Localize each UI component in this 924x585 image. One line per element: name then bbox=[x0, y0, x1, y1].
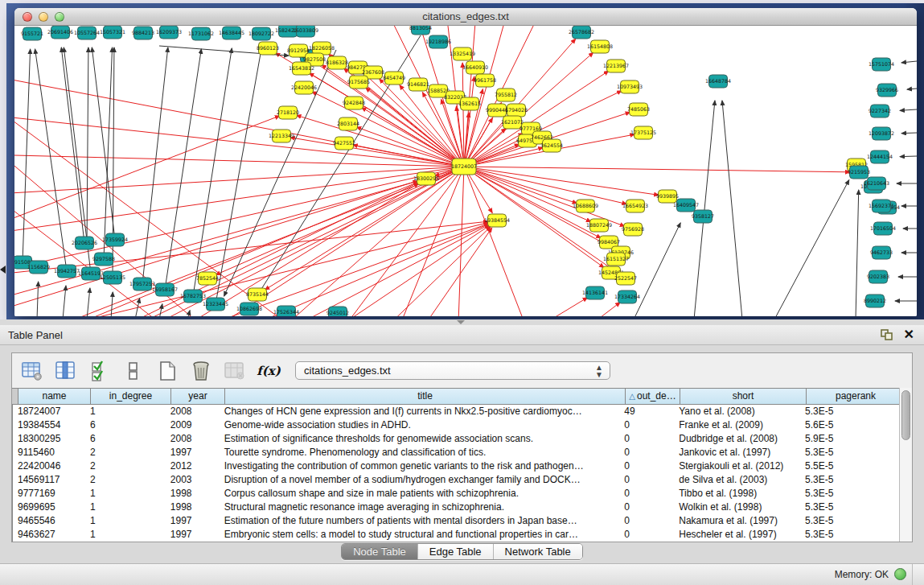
delete-rows-trash-icon[interactable] bbox=[189, 359, 213, 383]
graph-node[interactable]: 9297588 bbox=[92, 253, 115, 266]
column-header-year[interactable]: year bbox=[171, 388, 225, 405]
table-cell[interactable]: 14569117 bbox=[13, 473, 85, 487]
table-cell[interactable]: 22420046 bbox=[13, 459, 85, 473]
graph-node[interactable]: 8735144 bbox=[246, 288, 269, 301]
delete-table-icon[interactable] bbox=[223, 359, 247, 383]
table-row[interactable]: 1456911722003Disruption of a novel membe… bbox=[13, 473, 899, 487]
graph-node[interactable]: 8813054 bbox=[409, 26, 432, 35]
graph-node[interactable]: 12444154 bbox=[867, 150, 893, 163]
table-cell[interactable]: 0 bbox=[619, 446, 674, 459]
graph-node[interactable]: 8454749 bbox=[383, 72, 405, 84]
column-header-short[interactable]: short bbox=[680, 388, 807, 405]
table-cell[interactable]: 9115460 bbox=[13, 446, 85, 459]
table-cell[interactable]: 6 bbox=[85, 432, 166, 446]
table-cell[interactable]: 1 bbox=[85, 487, 166, 501]
table-cell[interactable]: 5.5E-5 bbox=[800, 459, 899, 473]
graph-node[interactable]: 18724007 bbox=[451, 159, 477, 175]
graph-node[interactable]: 16033809 bbox=[293, 26, 318, 37]
table-cell[interactable]: 9463627 bbox=[13, 528, 85, 542]
table-row[interactable]: 2242004622012Investigating the contribut… bbox=[13, 459, 899, 473]
table-cell[interactable]: Estimation of the future numbers of pati… bbox=[220, 514, 620, 528]
float-panel-icon[interactable] bbox=[881, 329, 893, 340]
table-cell[interactable]: 0 bbox=[619, 473, 674, 487]
graph-node[interactable]: 6794028 bbox=[505, 104, 528, 117]
table-cell[interactable]: 0 bbox=[619, 528, 674, 542]
table-row[interactable]: 1938455462009Genome-wide association stu… bbox=[13, 418, 899, 432]
table-cell[interactable]: 1 bbox=[85, 528, 166, 542]
graph-node[interactable]: 9961758 bbox=[474, 74, 496, 87]
graph-node[interactable]: 7852544 bbox=[196, 272, 219, 285]
graph-node[interactable]: 8960123 bbox=[257, 42, 279, 55]
table-row[interactable]: 969969511998Structural magnetic resonanc… bbox=[13, 501, 899, 514]
table-cell[interactable]: 18724007 bbox=[13, 405, 85, 418]
column-header-in_degree[interactable]: in_degree bbox=[91, 388, 171, 405]
graph-node[interactable]: 1362615 bbox=[458, 97, 481, 110]
table-cell[interactable]: 1997 bbox=[166, 514, 220, 528]
table-cell[interactable]: Nakamura et al. (1997) bbox=[674, 514, 800, 528]
graph-node[interactable]: 2718120 bbox=[277, 106, 299, 119]
graph-node[interactable]: 9146821 bbox=[407, 78, 429, 91]
graph-node[interactable]: 16151327 bbox=[603, 253, 629, 266]
graph-node[interactable]: 17359924 bbox=[102, 233, 128, 246]
graph-node[interactable]: 9175685 bbox=[347, 76, 370, 89]
table-cell[interactable]: 2012 bbox=[166, 459, 220, 473]
table-cell[interactable]: Changes of HCN gene expression and I(f) … bbox=[220, 405, 620, 418]
table-cell[interactable]: 1998 bbox=[166, 487, 220, 501]
graph-node[interactable]: 17334264 bbox=[614, 290, 640, 303]
graph-node[interactable]: 13942757 bbox=[54, 265, 80, 278]
graph-node[interactable]: 10862698 bbox=[236, 303, 262, 315]
sidebar-collapse-arrow-icon[interactable] bbox=[0, 266, 6, 274]
table-cell[interactable]: 2003 bbox=[166, 473, 220, 487]
table-cell[interactable]: 5.3E-5 bbox=[800, 487, 899, 501]
graph-node[interactable]: 9245012 bbox=[326, 307, 349, 316]
table-cell[interactable]: 9465546 bbox=[13, 514, 85, 528]
graph-node[interactable]: 3624554 bbox=[540, 139, 563, 152]
column-header-pagerank[interactable]: pagerank bbox=[807, 388, 906, 405]
graph-node[interactable]: 2803144 bbox=[337, 117, 359, 130]
table-cell[interactable]: 2 bbox=[85, 459, 166, 473]
table-cell[interactable]: 0 bbox=[619, 514, 674, 528]
table-settings-icon[interactable] bbox=[20, 359, 44, 383]
table-cell[interactable]: 5.3E-5 bbox=[800, 446, 899, 459]
table-cell[interactable]: 2009 bbox=[166, 418, 220, 432]
graph-node[interactable]: 17526344 bbox=[273, 306, 299, 316]
table-cell[interactable]: Tibbo et al. (1998) bbox=[674, 487, 800, 501]
graph-node[interactable]: 16648784 bbox=[705, 75, 731, 88]
graph-node[interactable]: 12213967 bbox=[603, 60, 629, 72]
table-cell[interactable]: 1997 bbox=[166, 446, 220, 459]
table-cell[interactable]: Genome-wide association studies in ADHD. bbox=[220, 418, 620, 432]
table-cell[interactable]: 0 bbox=[619, 459, 674, 473]
table-row[interactable]: 946554611997Estimation of the future num… bbox=[13, 514, 899, 528]
graph-node[interactable]: 16209373 bbox=[156, 26, 182, 39]
graph-node[interactable]: 18807249 bbox=[586, 219, 612, 232]
graph-node[interactable]: 18300295 bbox=[413, 172, 439, 185]
graph-node[interactable]: 22420046 bbox=[291, 81, 317, 94]
table-cell[interactable]: 0 bbox=[619, 501, 674, 514]
table-cell[interactable]: 5.3E-5 bbox=[800, 501, 899, 514]
graph-node[interactable]: 20206526 bbox=[72, 237, 97, 249]
table-cell[interactable]: Stergiakouli et al. (2012) bbox=[674, 459, 800, 473]
table-cell[interactable]: 9777169 bbox=[13, 487, 85, 501]
table-cell[interactable]: 2 bbox=[85, 446, 166, 459]
table-cell[interactable]: 49 bbox=[619, 405, 674, 418]
table-cell[interactable]: 18300295 bbox=[13, 432, 85, 446]
table-cell[interactable]: 0 bbox=[619, 487, 674, 501]
table-cell[interactable]: 5.9E-5 bbox=[800, 432, 899, 446]
table-cell[interactable]: Embryonic stem cells: a model to study s… bbox=[220, 528, 620, 542]
column-header-title[interactable]: title bbox=[225, 388, 626, 405]
graph-node[interactable]: 8990212 bbox=[864, 295, 886, 307]
graph-node[interactable]: 13325419 bbox=[450, 47, 475, 60]
panel-splitter[interactable] bbox=[0, 319, 924, 325]
graph-node[interactable]: 16409547 bbox=[673, 199, 699, 212]
table-cell[interactable]: 1 bbox=[85, 405, 166, 418]
graph-node[interactable]: 12505135 bbox=[100, 271, 125, 284]
tab-edge-table[interactable]: Edge Table bbox=[418, 544, 494, 559]
graph-node[interactable]: 9242848 bbox=[343, 97, 365, 109]
table-cell[interactable]: 5.3E-5 bbox=[800, 473, 899, 487]
table-cell[interactable]: 19384554 bbox=[13, 418, 85, 432]
graph-node[interactable]: 7485063 bbox=[627, 103, 650, 116]
table-cell[interactable]: 2008 bbox=[166, 432, 220, 446]
graph-node[interactable]: 16654923 bbox=[622, 200, 648, 212]
table-cell[interactable]: Disruption of a novel member of a sodium… bbox=[220, 473, 620, 487]
graph-node[interactable]: 16640910 bbox=[462, 61, 488, 74]
